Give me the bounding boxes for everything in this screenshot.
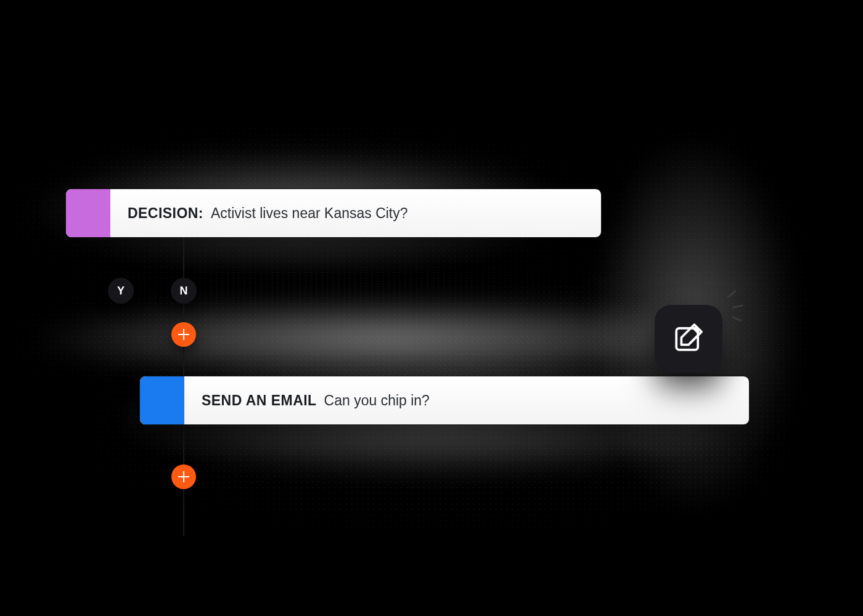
email-color-swatch bbox=[140, 376, 184, 424]
decision-color-swatch bbox=[66, 189, 110, 237]
branch-chip-yes-label: Y bbox=[117, 285, 125, 298]
decision-node-text: Activist lives near Kansas City? bbox=[211, 205, 408, 222]
branch-chip-yes[interactable]: Y bbox=[108, 278, 134, 304]
email-node-card[interactable]: SEND AN EMAIL Can you chip in? bbox=[139, 376, 750, 425]
edit-step-button[interactable] bbox=[655, 305, 722, 373]
branch-chip-no[interactable]: N bbox=[171, 278, 197, 304]
email-node-body: SEND AN EMAIL Can you chip in? bbox=[184, 376, 447, 424]
decision-node-label: DECISION: bbox=[128, 205, 203, 222]
click-accent-tick bbox=[727, 290, 737, 299]
decision-node-body: DECISION: Activist lives near Kansas Cit… bbox=[110, 189, 425, 237]
add-step-button[interactable] bbox=[171, 464, 196, 489]
branch-chip-no-label: N bbox=[180, 285, 188, 298]
glow-backdrop bbox=[25, 296, 752, 382]
add-step-button[interactable] bbox=[171, 322, 196, 347]
click-accent-tick bbox=[732, 304, 743, 309]
workflow-canvas: DECISION: Activist lives near Kansas Cit… bbox=[0, 0, 863, 616]
click-accent-tick bbox=[731, 316, 742, 322]
edit-pencil-icon bbox=[671, 320, 706, 357]
connector-line bbox=[183, 238, 184, 376]
email-node-label: SEND AN EMAIL bbox=[202, 392, 317, 409]
email-node-text: Can you chip in? bbox=[324, 392, 430, 409]
decision-node-card[interactable]: DECISION: Activist lives near Kansas Cit… bbox=[65, 188, 602, 238]
